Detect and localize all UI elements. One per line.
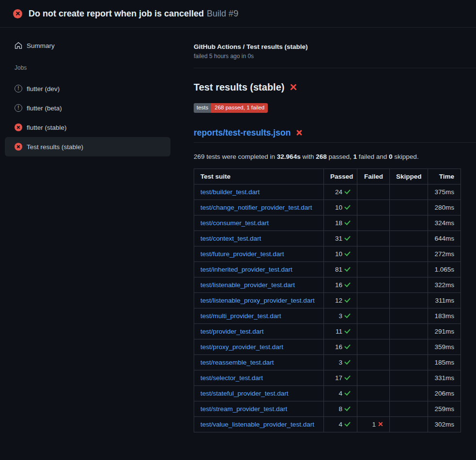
table-row: test/context_test.dart31644ms xyxy=(194,230,461,246)
suite-cell: test/selector_test.dart xyxy=(194,370,324,385)
failed-cell xyxy=(357,385,390,401)
suite-link[interactable]: test/reassemble_test.dart xyxy=(200,359,274,366)
summary-skipped-count: 0 xyxy=(389,153,393,160)
failed-cell xyxy=(357,354,390,370)
column-header-passed: Passed xyxy=(324,169,357,184)
suite-link[interactable]: test/selector_test.dart xyxy=(200,374,263,382)
passed-cell: 12 xyxy=(324,292,357,308)
time-cell: 291ms xyxy=(428,323,461,339)
skipped-cell xyxy=(390,401,428,416)
suite-link[interactable]: test/proxy_provider_test.dart xyxy=(200,343,283,351)
report-file-link[interactable]: reports/test-results.json xyxy=(194,127,291,138)
skipped-cell xyxy=(390,261,428,277)
count-value: 81 xyxy=(335,266,342,273)
table-row: test/multi_provider_test.dart3183ms xyxy=(194,308,461,323)
check-icon xyxy=(344,235,351,241)
suite-link[interactable]: test/stateful_provider_test.dart xyxy=(200,390,289,397)
suite-cell: test/builder_test.dart xyxy=(194,184,324,199)
sidebar: Summary Jobs !flutter (dev)!flutter (bet… xyxy=(0,28,184,156)
breadcrumb: GitHub Actions / Test results (stable) xyxy=(194,43,476,50)
passed-cell: 3 xyxy=(324,354,357,370)
suite-link[interactable]: test/provider_test.dart xyxy=(200,328,264,335)
time-cell: 206ms xyxy=(428,385,461,401)
summary-text: passed, xyxy=(327,153,353,160)
x-icon xyxy=(378,422,383,427)
failed-cell xyxy=(357,246,390,261)
suite-link[interactable]: test/change_notifier_provider_test.dart xyxy=(200,204,312,211)
sidebar-item-summary[interactable]: Summary xyxy=(5,38,170,53)
passed-cell: 24 xyxy=(324,184,357,199)
suite-link[interactable]: test/stream_provider_test.dart xyxy=(200,405,287,413)
time-cell: 359ms xyxy=(428,339,461,354)
badge-value: 268 passed, 1 failed xyxy=(211,103,268,113)
skipped-cell xyxy=(390,246,428,261)
count-value: 17 xyxy=(335,374,342,382)
failed-cell xyxy=(357,323,390,339)
x-circle-icon xyxy=(15,123,22,131)
count-value: 24 xyxy=(335,188,342,196)
skipped-cell xyxy=(390,230,428,246)
table-row: test/inherited_provider_test.dart811.065… xyxy=(194,261,461,277)
table-row: test/builder_test.dart24375ms xyxy=(194,184,461,199)
home-icon xyxy=(15,42,22,49)
suite-link[interactable]: test/context_test.dart xyxy=(200,235,261,242)
build-title: Do not create report when job is cancell… xyxy=(29,9,204,18)
table-row: test/selector_test.dart17331ms xyxy=(194,370,461,385)
suite-link[interactable]: test/multi_provider_test.dart xyxy=(200,312,281,320)
summary-passed-count: 268 xyxy=(316,153,327,160)
sidebar-job-flutter-beta[interactable]: !flutter (beta) xyxy=(5,98,170,118)
summary-text: 269 tests were completed in xyxy=(194,153,277,160)
failed-cell xyxy=(357,339,390,354)
check-icon xyxy=(344,328,351,334)
failed-cell xyxy=(357,401,390,416)
time-cell: 280ms xyxy=(428,199,461,215)
check-icon xyxy=(344,204,351,210)
check-icon xyxy=(344,421,351,427)
job-label: flutter (beta) xyxy=(27,105,62,112)
count-value: 1 xyxy=(372,421,376,428)
count-value: 10 xyxy=(335,204,342,211)
failed-cell: 1 xyxy=(357,416,390,432)
passed-cell: 4 xyxy=(324,385,357,401)
passed-cell: 18 xyxy=(324,215,357,230)
suite-link[interactable]: test/listenable_provider_test.dart xyxy=(200,281,295,289)
jobs-list: !flutter (dev)!flutter (beta)flutter (st… xyxy=(5,79,170,156)
skipped-cell xyxy=(390,277,428,292)
suite-link[interactable]: test/consumer_test.dart xyxy=(200,219,269,227)
time-cell: 324ms xyxy=(428,215,461,230)
passed-cell: 10 xyxy=(324,199,357,215)
failed-x-icon xyxy=(295,129,303,136)
suite-cell: test/multi_provider_test.dart xyxy=(194,308,324,323)
check-icon xyxy=(344,390,351,396)
table-row: test/future_provider_test.dart10272ms xyxy=(194,246,461,261)
sidebar-job-flutter-stable[interactable]: flutter (stable) xyxy=(5,118,170,137)
skipped-cell xyxy=(390,416,428,432)
sidebar-job-flutter-dev[interactable]: !flutter (dev) xyxy=(5,79,170,98)
passed-cell: 16 xyxy=(324,339,357,354)
suite-link[interactable]: test/value_listenable_provider_test.dart xyxy=(200,421,314,428)
build-header: Do not create report when job is cancell… xyxy=(0,0,476,28)
suite-link[interactable]: test/future_provider_test.dart xyxy=(200,250,284,258)
time-cell: 259ms xyxy=(428,401,461,416)
suite-link[interactable]: test/listenable_proxy_provider_test.dart xyxy=(200,297,315,304)
check-icon xyxy=(344,297,351,303)
sidebar-job-test-results-stable[interactable]: Test results (stable) xyxy=(5,137,170,156)
suite-link[interactable]: test/builder_test.dart xyxy=(200,188,260,196)
passed-cell: 10 xyxy=(324,246,357,261)
suite-cell: test/proxy_provider_test.dart xyxy=(194,339,324,354)
failed-cell xyxy=(357,261,390,277)
table-row: test/reassemble_test.dart3185ms xyxy=(194,354,461,370)
job-label: Test results (stable) xyxy=(27,143,83,151)
column-header-time: Time xyxy=(428,169,461,184)
suite-cell: test/listenable_provider_test.dart xyxy=(194,277,324,292)
suite-link[interactable]: test/inherited_provider_test.dart xyxy=(200,266,292,273)
count-value: 18 xyxy=(335,219,342,227)
suite-cell: test/change_notifier_provider_test.dart xyxy=(194,199,324,215)
time-cell: 272ms xyxy=(428,246,461,261)
failed-cell xyxy=(357,230,390,246)
badge-label: tests xyxy=(194,103,211,113)
check-icon xyxy=(344,406,351,412)
count-value: 4 xyxy=(338,390,342,397)
table-row: test/consumer_test.dart18324ms xyxy=(194,215,461,230)
check-icon xyxy=(344,266,351,272)
